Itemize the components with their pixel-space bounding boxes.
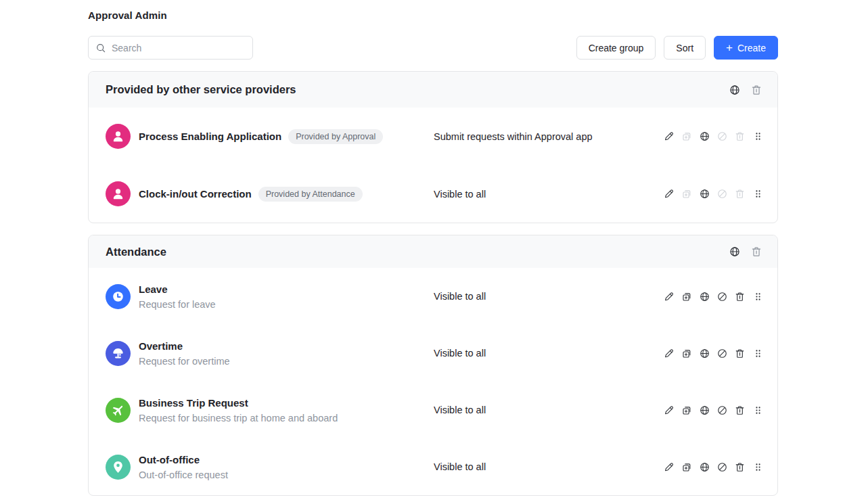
visibility-globe-icon[interactable] (699, 348, 710, 359)
edit-pencil-icon[interactable] (664, 131, 675, 142)
block-icon (716, 188, 728, 200)
list-item-out-of-office: Out-of-office Out-of-office request Visi… (89, 438, 777, 495)
block-icon (716, 131, 728, 142)
visibility-globe-icon[interactable] (699, 131, 710, 142)
block-icon[interactable] (716, 461, 728, 473)
item-description: Visible to all (434, 291, 664, 302)
visibility-globe-icon[interactable] (699, 461, 710, 473)
toolbar: Create group Sort + Create (88, 36, 778, 60)
group-delete-trash-icon[interactable] (750, 246, 762, 258)
plane-avatar-glyph (110, 403, 126, 418)
delete-trash-icon[interactable] (734, 405, 746, 416)
person-avatar-glyph (110, 129, 126, 144)
visibility-globe-icon[interactable] (699, 291, 710, 302)
item-actions (664, 188, 763, 200)
item-title: Clock-in/out Correction (139, 188, 252, 200)
create-button-label: Create (737, 43, 766, 53)
duplicate-plus-icon[interactable] (681, 461, 693, 473)
drag-handle-icon[interactable] (753, 189, 763, 199)
person-icon (106, 181, 131, 206)
item-title: Overtime (139, 340, 230, 352)
group-card-providers: Provided by other service providers Proc… (88, 71, 778, 223)
item-subtitle: Request for overtime (139, 356, 230, 367)
provider-badge: Provided by Attendance (258, 187, 363, 202)
item-description: Visible to all (434, 405, 664, 415)
search-icon (95, 43, 106, 53)
item-description: Visible to all (434, 461, 664, 472)
drag-handle-icon[interactable] (753, 292, 763, 302)
edit-pencil-icon[interactable] (664, 348, 675, 359)
item-actions (664, 348, 763, 359)
block-icon[interactable] (716, 348, 728, 359)
item-actions (664, 291, 763, 302)
group-card-attendance: Attendance Leave Request for leave Visib… (88, 235, 778, 496)
item-title: Process Enabling Application (139, 131, 281, 142)
visibility-globe-icon[interactable] (699, 405, 710, 416)
item-actions (664, 131, 763, 142)
create-button[interactable]: + Create (714, 36, 778, 60)
group-title: Attendance (106, 246, 729, 258)
group-delete-trash-icon[interactable] (750, 84, 762, 96)
duplicate-plus-icon[interactable] (681, 405, 693, 416)
person-icon (106, 124, 131, 149)
sort-button[interactable]: Sort (664, 36, 706, 60)
list-item-leave: Leave Request for leave Visible to all (89, 268, 777, 325)
item-subtitle: Out-of-office request (139, 469, 228, 480)
delete-trash-icon (734, 131, 746, 142)
item-description: Visible to all (434, 189, 664, 200)
clock-icon (106, 284, 131, 309)
edit-pencil-icon[interactable] (664, 405, 675, 416)
item-title: Out-of-office (139, 454, 228, 465)
group-title: Provided by other service providers (106, 83, 729, 96)
item-actions (664, 461, 763, 473)
clock-avatar-glyph (110, 289, 126, 304)
group-visibility-globe-icon[interactable] (729, 246, 741, 258)
block-icon[interactable] (716, 405, 728, 416)
group-header: Provided by other service providers (89, 72, 777, 108)
lamp-avatar-glyph (110, 346, 126, 361)
delete-trash-icon[interactable] (734, 461, 746, 473)
edit-pencil-icon[interactable] (664, 461, 675, 473)
plane-icon (106, 398, 131, 423)
search-box[interactable] (88, 36, 253, 60)
list-item-clock-correction: Clock-in/out Correction Provided by Atte… (89, 165, 777, 223)
group-visibility-globe-icon[interactable] (729, 84, 741, 96)
delete-trash-icon (734, 188, 746, 200)
plus-icon: + (726, 42, 733, 53)
pin-avatar-glyph (110, 459, 126, 475)
duplicate-plus-icon (681, 131, 693, 142)
edit-pencil-icon[interactable] (664, 291, 675, 302)
duplicate-plus-icon (681, 188, 693, 200)
search-input[interactable] (112, 43, 246, 53)
drag-handle-icon[interactable] (753, 348, 763, 359)
item-subtitle: Request for leave (139, 299, 216, 310)
lamp-icon (106, 341, 131, 366)
page-title: Approval Admin (88, 9, 778, 21)
list-item-overtime: Overtime Request for overtime Visible to… (89, 325, 777, 382)
duplicate-plus-icon[interactable] (681, 291, 693, 302)
list-item-business-trip: Business Trip Request Request for busine… (89, 382, 777, 438)
location-pin-icon (106, 455, 131, 480)
delete-trash-icon[interactable] (734, 291, 746, 302)
item-title: Leave (139, 283, 216, 295)
block-icon[interactable] (716, 291, 728, 302)
item-actions (664, 405, 763, 416)
duplicate-plus-icon[interactable] (681, 348, 693, 359)
delete-trash-icon[interactable] (734, 348, 746, 359)
edit-pencil-icon[interactable] (664, 188, 675, 200)
visibility-globe-icon[interactable] (699, 188, 710, 200)
item-subtitle: Request for business trip at home and ab… (139, 413, 338, 423)
drag-handle-icon[interactable] (753, 131, 763, 141)
person-avatar-glyph (110, 186, 126, 202)
list-item-process-enabling: Process Enabling Application Provided by… (89, 108, 777, 165)
item-title: Business Trip Request (139, 397, 338, 409)
item-description: Submit requests within Approval app (434, 131, 664, 142)
group-header: Attendance (89, 235, 777, 268)
item-description: Visible to all (434, 348, 664, 359)
drag-handle-icon[interactable] (753, 462, 763, 472)
drag-handle-icon[interactable] (753, 405, 763, 415)
provider-badge: Provided by Approval (288, 129, 383, 144)
create-group-button[interactable]: Create group (576, 36, 656, 60)
main-content: Approval Admin Create group Sort + Creat… (88, 0, 778, 496)
